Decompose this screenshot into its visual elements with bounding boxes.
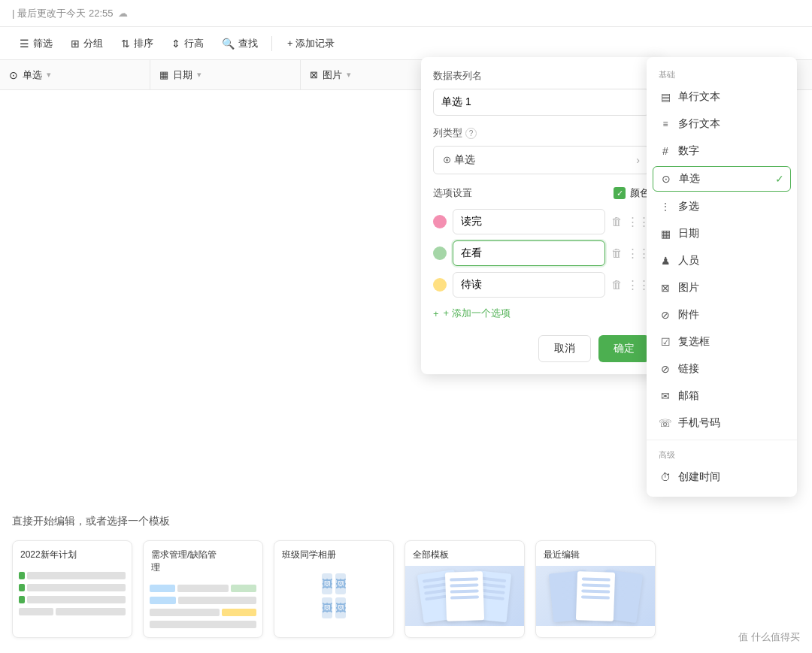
- type-menu-item-date[interactable]: ▦ 日期: [647, 220, 797, 247]
- photo-cell-1: 🖼: [322, 573, 332, 594]
- confirm-button[interactable]: 确定: [598, 335, 650, 362]
- type-menu-item-multi-line[interactable]: ≡ 多行文本: [647, 110, 797, 138]
- blue-paper-2: [445, 571, 484, 621]
- number-icon: #: [659, 145, 672, 157]
- type-menu-item-link[interactable]: ⊘ 链接: [647, 355, 797, 382]
- option-delete-3[interactable]: 🗑: [611, 278, 623, 292]
- col-header-date[interactable]: ▦ 日期 ▾: [150, 60, 301, 89]
- bottom-area: 直接开始编辑，或者选择一个模板 2022新年计划: [0, 500, 812, 653]
- col-type-help-icon: ?: [465, 128, 477, 139]
- phone-icon: ☏: [659, 417, 672, 429]
- main-area: | 最后更改于今天 22:55 ☁ ☰ 筛选 ⊞ 分组 ⇅ 排序 ⇕ 行高 🔍 …: [0, 0, 812, 653]
- color-checkbox-check: ✓: [614, 187, 626, 199]
- filter-button[interactable]: ☰ 筛选: [12, 33, 60, 54]
- col-name-label: 数据表列名: [433, 69, 650, 83]
- template-card-title-bug: 需求管理/缺陷管理: [144, 541, 262, 579]
- multi-line-icon: ≡: [659, 119, 672, 129]
- top-bar: | 最后更改于今天 22:55 ☁: [0, 0, 812, 27]
- cloud-icon: |: [12, 8, 14, 19]
- col-chevron-icon: ▾: [47, 70, 51, 80]
- option-delete-1[interactable]: 🗑: [611, 215, 623, 228]
- col-type-chevron-icon: ›: [636, 154, 640, 166]
- toolbar: ☰ 筛选 ⊞ 分组 ⇅ 排序 ⇕ 行高 🔍 查找 + 添加记录: [0, 27, 812, 60]
- type-menu: 基础 ▤ 单行文本 ≡ 多行文本 # 数字 ⊙ 单选 ✓: [647, 57, 797, 497]
- template-card-recent[interactable]: 最近编辑: [535, 540, 656, 638]
- add-option-button[interactable]: + + 添加一个选项: [433, 304, 650, 323]
- template-card-img-bug: [144, 579, 262, 638]
- link-icon: ⊘: [659, 363, 672, 375]
- sort-button[interactable]: ⇅ 排序: [114, 33, 161, 54]
- type-menu-item-phone[interactable]: ☏ 手机号码: [647, 410, 797, 437]
- options-header: 选项设置 ✓ 颜色: [433, 186, 650, 200]
- photo-cell-2: 🖼: [335, 573, 346, 594]
- template-card-plan[interactable]: 2022新年计划: [12, 540, 132, 638]
- option-item-2: 🗑 ⋮⋮: [433, 240, 650, 266]
- photo-cell-4: 🖼: [335, 597, 346, 618]
- type-menu-item-image[interactable]: ⊠ 图片: [647, 274, 797, 301]
- option-icons-1: 🗑 ⋮⋮: [611, 215, 650, 228]
- template-card-img-album: 🖼 🖼 🖼 🖼: [274, 566, 393, 626]
- option-item-3: 🗑 ⋮⋮: [433, 272, 650, 298]
- type-menu-item-single-line[interactable]: ▤ 单行文本: [647, 83, 797, 110]
- person-icon: ♟: [659, 255, 672, 267]
- checkbox-type-icon: ☑: [659, 336, 672, 348]
- option-input-3[interactable]: [453, 272, 605, 298]
- option-delete-2[interactable]: 🗑: [611, 246, 623, 260]
- sort-icon: ⇅: [121, 38, 130, 50]
- cancel-button[interactable]: 取消: [538, 335, 591, 362]
- watermark: 值 什么值得买: [738, 630, 800, 644]
- row-height-button[interactable]: ⇕ 行高: [164, 33, 211, 54]
- template-cards: 2022新年计划: [12, 540, 800, 638]
- type-menu-item-number[interactable]: # 数字: [647, 138, 797, 165]
- bottom-label: 直接开始编辑，或者选择一个模板: [12, 515, 800, 528]
- photo-icon: ⊠: [310, 69, 318, 80]
- type-menu-item-create-time[interactable]: ⏱ 创建时间: [647, 464, 797, 491]
- template-card-img-plan: [13, 566, 132, 626]
- search-button[interactable]: 🔍 查找: [214, 33, 265, 54]
- option-color-dot-1: [433, 215, 447, 228]
- single-line-icon: ▤: [659, 91, 672, 103]
- col-type-icon: ⊙: [443, 153, 451, 165]
- col-name-input[interactable]: [433, 89, 650, 116]
- group-button[interactable]: ⊞ 分组: [63, 33, 111, 54]
- option-color-dot-3: [433, 278, 447, 292]
- type-menu-item-multi-select[interactable]: ⋮ 多选: [647, 193, 797, 220]
- type-menu-item-attachment[interactable]: ⊘ 附件: [647, 301, 797, 328]
- option-item-1: 🗑 ⋮⋮: [433, 209, 650, 234]
- option-input-2[interactable]: [453, 240, 605, 266]
- type-menu-item-checkbox[interactable]: ☑ 复选框: [647, 328, 797, 355]
- add-option-icon: +: [433, 308, 439, 319]
- add-record-button[interactable]: + 添加记录: [278, 33, 344, 54]
- filter-icon: ☰: [20, 38, 29, 50]
- group-icon: ⊞: [71, 38, 80, 50]
- column-editor-panel: 数据表列名 列类型 ? ⊙ 单选 › 选项设置 ✓ 颜色 🗑: [421, 57, 662, 374]
- col-type-label: 列类型 ?: [433, 126, 650, 140]
- type-menu-item-person[interactable]: ♟ 人员: [647, 247, 797, 274]
- date-type-icon: ▦: [659, 228, 672, 240]
- color-checkbox[interactable]: ✓ 颜色: [614, 186, 650, 200]
- col-chevron-date-icon: ▾: [197, 70, 201, 80]
- type-menu-item-single-select[interactable]: ⊙ 单选 ✓: [653, 166, 791, 192]
- col-type-selector[interactable]: ⊙ 单选 ›: [433, 146, 650, 174]
- email-icon: ✉: [659, 390, 672, 402]
- single-select-type-icon: ⊙: [659, 173, 673, 185]
- template-card-title-all: 全部模板: [405, 541, 524, 566]
- selected-check-icon: ✓: [775, 173, 784, 185]
- multi-select-icon: ⋮: [659, 201, 672, 212]
- template-card-album[interactable]: 班级同学相册 🖼 🖼 🖼 🖼: [274, 540, 394, 638]
- search-icon: 🔍: [222, 38, 235, 50]
- template-card-all[interactable]: 全部模板: [404, 540, 525, 638]
- template-card-bug[interactable]: 需求管理/缺陷管理: [143, 540, 263, 638]
- photo-cell-3: 🖼: [322, 597, 332, 618]
- template-card-img-all: [405, 566, 524, 626]
- option-input-1[interactable]: [453, 209, 605, 234]
- last-modified: 最后更改于今天 22:55: [17, 7, 113, 20]
- image-type-icon: ⊠: [659, 282, 672, 294]
- row-height-icon: ⇕: [171, 38, 180, 50]
- col-chevron-photo-icon: ▾: [347, 70, 351, 80]
- option-icons-2: 🗑 ⋮⋮: [611, 246, 650, 260]
- date-icon: ▦: [159, 69, 168, 80]
- type-menu-item-email[interactable]: ✉ 邮箱: [647, 382, 797, 410]
- template-card-title-recent: 最近编辑: [536, 541, 655, 566]
- col-header-single-select[interactable]: ⊙ 单选 ▾: [0, 60, 150, 89]
